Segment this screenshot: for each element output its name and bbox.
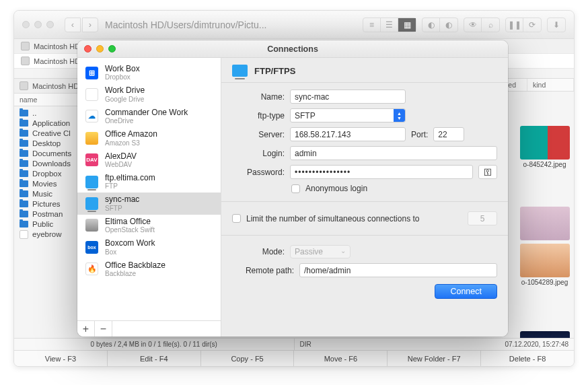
fkey-button[interactable]: Edit - F4 [108, 351, 201, 366]
thumbnail-image [520, 126, 570, 160]
hd-icon [20, 81, 28, 90]
folder-icon [20, 150, 28, 157]
folder-icon [20, 110, 28, 116]
password-input[interactable]: •••••••••••••••• [290, 165, 473, 179]
file-name: Application [32, 119, 70, 127]
toolbar-icons: ≡ ☰ ▦ ◐ ◐ 👁 ⌕ ❚❚ ⟳ ⬇ [357, 18, 574, 32]
sidebar-item[interactable]: Eltima OfficeOpenStack Swift [77, 215, 221, 236]
folder-icon [20, 120, 28, 127]
sidebar-item[interactable]: ☁Commander One WorkOneDrive [77, 106, 221, 127]
port-input[interactable]: 22 [433, 127, 464, 141]
file-name: Pictures [32, 200, 61, 208]
connections-sidebar: ⊞Work BoxDropbox▲Work DriveGoogle Drive☁… [77, 58, 221, 337]
view-columns-icon[interactable]: ☰ [381, 18, 398, 32]
toggle2-icon[interactable]: ◐ [440, 18, 457, 32]
connection-sub: SFTP [105, 205, 139, 213]
nav-back-button[interactable]: ‹ [65, 18, 81, 32]
eye-icon[interactable]: 👁 [464, 18, 482, 32]
sidebar-item[interactable]: DAVAlexDAVWebDAV [77, 149, 221, 171]
sidebar-item[interactable]: ⊞Work BoxDropbox [77, 62, 221, 83]
connection-type-icon: ▲ [85, 88, 98, 101]
thumbnail[interactable] [520, 207, 570, 242]
thumbnail[interactable]: o-845242.jpeg [520, 126, 570, 168]
nav-forward-button[interactable]: › [82, 18, 98, 32]
status-bar: 0 bytes / 2,4 MB in 0 / 1 file(s). 0 / 1… [14, 338, 574, 350]
toggle-icon[interactable]: ◐ [422, 18, 440, 32]
thumbnail-image [520, 244, 570, 277]
bg-zoom-icon[interactable] [46, 21, 54, 28]
connection-sub: WebDAV [105, 161, 137, 169]
folder-icon [20, 190, 28, 197]
status-dir: DIR [300, 341, 311, 348]
connection-sub: OpenStack Swift [105, 226, 155, 234]
connection-name: Eltima Office [105, 217, 155, 226]
close-icon[interactable] [84, 45, 91, 53]
zoom-icon[interactable] [108, 45, 116, 53]
connection-name: Office Backblaze [105, 260, 166, 270]
sidebar-item[interactable]: ftp.eltima.comFTP [77, 171, 221, 193]
limit-checkbox[interactable] [232, 214, 241, 223]
remove-connection-button[interactable]: − [95, 321, 112, 337]
breadcrumb-path[interactable]: Macintosh HD/Users/dimtrunov/Pictu... [105, 20, 266, 30]
form-title: FTP/FTPS [254, 66, 295, 76]
login-input[interactable]: admin [290, 146, 497, 160]
thumbnail-label: o-1054289.jpeg [520, 279, 570, 286]
fkey-button[interactable]: Delete - F8 [481, 351, 574, 366]
connection-name: Work Drive [105, 85, 145, 95]
chevron-updown-icon: ▲▼ [397, 111, 402, 120]
refresh-icon[interactable]: ⟳ [523, 18, 541, 32]
file-name: Movies [32, 180, 57, 188]
fkey-button[interactable]: Copy - F5 [201, 351, 295, 366]
thumbnail[interactable]: o-1054289.jpeg [520, 244, 570, 286]
fkey-button[interactable]: View - F3 [14, 351, 108, 366]
sidebar-item[interactable]: boxBoxcom WorkBox [77, 236, 221, 258]
folder-icon [20, 130, 28, 137]
key-button[interactable]: ⚿ [478, 165, 497, 179]
sidebar-item[interactable]: ▲Work DriveGoogle Drive [77, 83, 221, 105]
connection-type-icon [85, 132, 98, 145]
name-input[interactable]: sync-mac [290, 90, 406, 104]
name-label: Name: [232, 92, 285, 102]
file-name: Creative Cl [32, 129, 71, 137]
folder-icon [20, 140, 28, 147]
dialog-titlebar: Connections [77, 40, 508, 58]
view-list-icon[interactable]: ≡ [363, 18, 381, 32]
status-left: 0 bytes / 2,4 MB in 0 / 1 file(s). 0 / 1… [14, 339, 295, 350]
server-input[interactable]: 168.58.217.143 [290, 127, 406, 141]
server-label: Server: [232, 130, 285, 139]
fkey-button[interactable]: New Folder - F7 [388, 351, 481, 366]
connection-sub: Box [105, 248, 155, 256]
connection-sub: FTP [105, 182, 155, 190]
download-icon[interactable]: ⬇ [548, 18, 565, 32]
sidebar-item[interactable]: 🔥Office BackblazeBackblaze [77, 258, 221, 280]
form-header: FTP/FTPS [221, 58, 508, 83]
col-kind[interactable]: kind [527, 79, 574, 91]
connection-sub: Dropbox [105, 73, 140, 81]
connect-button[interactable]: Connect [435, 284, 497, 299]
limit-number-input[interactable]: 5 [468, 211, 497, 225]
connection-name: sync-mac [105, 195, 139, 204]
folder-icon [20, 221, 28, 228]
anonymous-checkbox[interactable] [291, 184, 300, 193]
sidebar-item[interactable]: Office AmazonAmazon S3 [77, 127, 221, 149]
minimize-icon[interactable] [96, 45, 104, 53]
add-connection-button[interactable]: + [77, 321, 95, 337]
view-grid-icon[interactable]: ▦ [398, 18, 416, 32]
connection-name: Work Box [105, 64, 140, 73]
remote-label: Remote path: [232, 266, 294, 275]
ftptype-select[interactable]: SFTP ▲▼ [290, 108, 406, 123]
sidebar-item[interactable]: sync-macSFTP [77, 193, 221, 214]
binoculars-icon[interactable]: ⌕ [482, 18, 499, 32]
pause-icon[interactable]: ❚❚ [506, 18, 523, 32]
fkey-button[interactable]: Move - F6 [294, 351, 388, 366]
bg-close-icon[interactable] [22, 21, 30, 28]
thumbnail-label: o-845242.jpeg [520, 161, 570, 168]
login-label: Login: [232, 149, 285, 158]
function-bar: View - F3Edit - F4Copy - F5Move - F6New … [14, 350, 574, 366]
file-name: Postman [32, 210, 63, 218]
bg-minimize-icon[interactable] [34, 21, 42, 28]
folder-icon [20, 211, 28, 217]
remote-path-input[interactable]: /home/admin [299, 263, 497, 277]
status-time: 07.12.2020, 15:27:48 [505, 341, 568, 348]
connection-type-icon: 🔥 [85, 262, 98, 275]
